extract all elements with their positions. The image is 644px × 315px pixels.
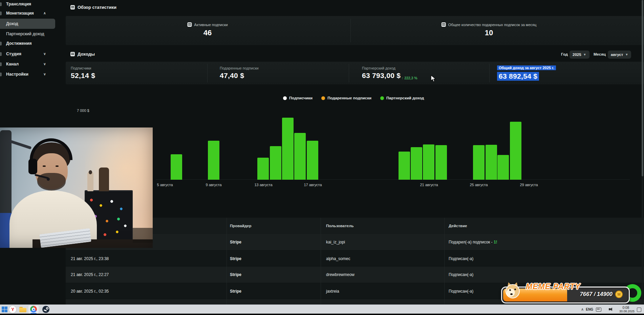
table-header-cell: Пользователь xyxy=(326,218,354,234)
channel-icon xyxy=(0,62,2,66)
start-button[interactable] xyxy=(1,306,8,313)
webcam-vignette xyxy=(0,127,153,248)
sidebar-item-settings[interactable]: Настройки∨ xyxy=(0,70,55,78)
meme-party-widget: MEME PARTY 7667 / 14900 M xyxy=(501,287,630,303)
date-cell: 20 авг. 2025 г., 02:35 xyxy=(71,283,109,299)
chart-baseline xyxy=(156,179,630,180)
sidebar-item-label: Доход xyxy=(6,21,18,26)
gift-income-label: Подаренные подписки xyxy=(220,66,259,70)
x-axis-label: 29 августа xyxy=(520,183,538,187)
chart-bar xyxy=(171,154,182,180)
chart-bar xyxy=(411,147,422,180)
x-axis-label: 9 августа xyxy=(206,183,221,187)
x-axis-label: 17 августа xyxy=(304,183,322,187)
chart-bar xyxy=(497,155,509,180)
income-title-text: Доходы xyxy=(78,52,95,57)
gifted-subs-label: Общее количество подаренных подписок за … xyxy=(448,23,537,27)
chart-bar xyxy=(473,145,485,180)
achievements-icon xyxy=(0,42,2,45)
partner-income-delta: ↑ 222,3 % xyxy=(402,76,417,80)
webcam-overlay xyxy=(0,127,153,248)
chrome-taskbar-highlight[interactable] xyxy=(28,306,39,313)
provider-cell: Stripe xyxy=(230,267,241,283)
language-indicator[interactable]: ENG xyxy=(586,308,593,311)
active-subs-value: 46 xyxy=(187,28,228,37)
taskbar: Y ∧ ENG 0:08 30.08.2025 xyxy=(0,304,644,314)
legend-item-subscribers[interactable]: Подписчики xyxy=(283,96,313,100)
legend-label: Подаренные подписки xyxy=(327,96,371,100)
legend-label: Подписчики xyxy=(289,96,313,100)
settings-icon xyxy=(0,73,2,76)
legend-dot-subscribers xyxy=(283,96,287,100)
user-cell: drewbrewmeow xyxy=(326,267,355,283)
month-value: август xyxy=(611,53,623,57)
steam-icon[interactable] xyxy=(42,306,49,313)
studio-icon xyxy=(0,52,2,56)
sidebar-item-channel[interactable]: Канал∨ xyxy=(0,60,55,68)
year-select[interactable]: 2025 ▼ xyxy=(570,51,589,59)
user-cell: kai_iz_jopi xyxy=(326,234,345,250)
action-cell: Подписан(-а) xyxy=(449,267,473,283)
chart-bar xyxy=(486,145,497,180)
income-icon xyxy=(70,52,75,56)
action-text: Подписан(-а) xyxy=(449,272,473,277)
year-value: 2025 xyxy=(573,53,581,57)
sidebar-item-studio[interactable]: Студия∨ xyxy=(0,50,55,58)
overview-card xyxy=(66,16,644,45)
sidebar-item-partner-income[interactable]: Партнерский доход xyxy=(0,30,55,38)
clock-time[interactable]: 0:08 xyxy=(623,306,629,310)
column-separator xyxy=(444,218,445,304)
income-divider-2 xyxy=(349,64,349,82)
total-income-label: Общий доход за август 2025 г. xyxy=(497,65,556,70)
sidebar-item-label: Студия xyxy=(6,52,21,56)
legend-dot-gifted-subs xyxy=(321,96,325,100)
action-text: Подарил(-а) подписок - xyxy=(449,240,494,244)
chevron-down-icon: ∨ xyxy=(41,60,48,68)
subs-income-label: Подписчики xyxy=(71,66,91,70)
keyboard-icon[interactable] xyxy=(596,308,601,312)
sidebar-item-broadcast[interactable]: Трансляция xyxy=(0,0,55,8)
total-income-value: 63 892,54 $ xyxy=(497,72,539,81)
doge-icon xyxy=(505,283,520,299)
y-axis-label: 7 000 $ xyxy=(77,109,89,113)
chart-bar xyxy=(282,118,294,180)
chevron-down-icon: ∨ xyxy=(41,50,48,58)
tray-expand-icon[interactable]: ∧ xyxy=(581,307,584,312)
month-select[interactable]: август ▼ xyxy=(608,51,631,59)
income-divider-1 xyxy=(207,64,208,82)
user-cell: alpha_somec xyxy=(326,251,350,267)
chart-bar xyxy=(270,146,281,180)
scrollbar-thumb[interactable] xyxy=(642,0,643,176)
x-axis-label: 21 августа xyxy=(420,183,438,187)
sidebar-item-income[interactable]: Доход xyxy=(0,19,55,29)
sidebar-item-monetization[interactable]: Монетизация∧ xyxy=(0,9,55,17)
x-axis-label: 25 августа xyxy=(470,183,488,187)
desktop: ТрансляцияМонетизация∧ДоходПартнерский д… xyxy=(0,0,644,315)
clock-date[interactable]: 30.08.2025 xyxy=(619,310,635,313)
meme-progress-text: 7667 / 14900 xyxy=(580,291,613,297)
gifted-subs-icon xyxy=(442,22,446,27)
provider-cell: Stripe xyxy=(230,251,241,267)
date-cell: 21 авг. 2025 г., 22:27 xyxy=(71,267,109,283)
sidebar-item-label: Достижения xyxy=(6,41,31,46)
chevron-down-icon: ▼ xyxy=(625,53,628,56)
yandex-browser-icon[interactable]: Y xyxy=(9,306,16,313)
year-label: Год xyxy=(561,52,568,56)
legend-item-gifted-subs[interactable]: Подаренные подписки xyxy=(321,96,371,100)
notification-center-icon[interactable] xyxy=(637,308,641,312)
screen-bottom-edge xyxy=(0,314,644,315)
legend-dot-partner-income xyxy=(380,96,384,100)
action-text: Подписан(-а) xyxy=(449,289,473,294)
sidebar-item-label: Настройки xyxy=(6,72,28,77)
date-cell: 21 авг. 2025 г., 23:38 xyxy=(71,251,109,267)
active-subs-label: Активные подписки xyxy=(194,23,228,27)
x-axis-label: 13 августа xyxy=(254,183,272,187)
chart-legend: ПодписчикиПодаренные подпискиПартнерский… xyxy=(283,96,424,100)
table-row: 21 авг. 2025 г., 23:38Stripealpha_somecП… xyxy=(66,250,644,267)
sidebar-item-achievements[interactable]: Достижения xyxy=(0,39,55,47)
action-text: Подписан(-а) xyxy=(449,256,473,261)
legend-item-partner-income[interactable]: Партнерский доход xyxy=(380,96,424,100)
income-divider-3 xyxy=(489,64,490,82)
file-explorer-icon[interactable] xyxy=(19,307,26,312)
chart-bar xyxy=(399,152,410,180)
